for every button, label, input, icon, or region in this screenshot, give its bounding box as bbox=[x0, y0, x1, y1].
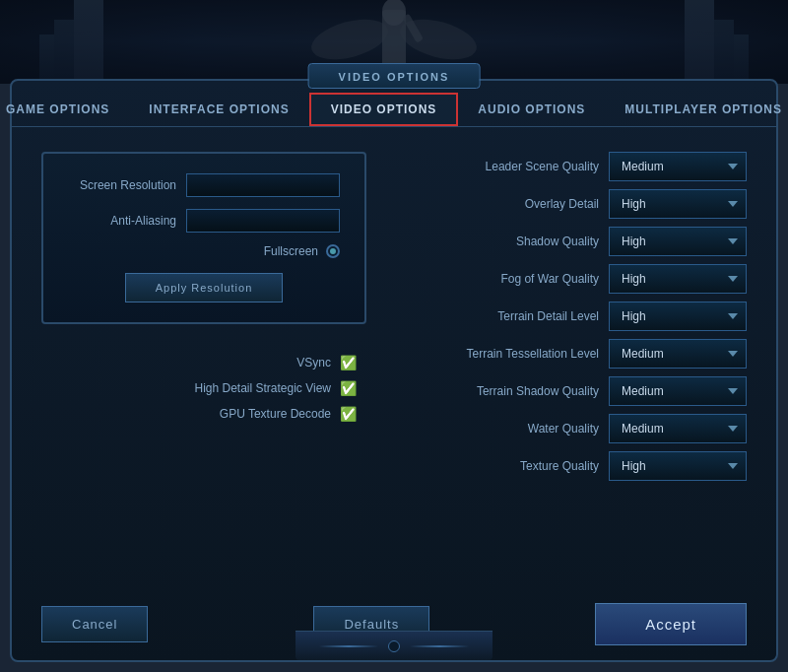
quality-dropdown-overlay-detail[interactable]: High bbox=[609, 189, 747, 219]
window-title: VIDEO OPTIONS bbox=[339, 71, 450, 83]
screen-resolution-label: Screen Resolution bbox=[68, 178, 176, 192]
main-container: VIDEO OPTIONS GAME OPTIONSINTERFACE OPTI… bbox=[10, 79, 778, 662]
quality-label-fog-of-war-quality: Fog of War Quality bbox=[406, 272, 599, 286]
gpu-texture-check-icon: ✅ bbox=[339, 405, 357, 423]
quality-label-terrain-detail-level: Terrain Detail Level bbox=[406, 309, 599, 323]
vsync-check-icon: ✅ bbox=[339, 354, 357, 371]
high-detail-check-icon: ✅ bbox=[339, 379, 357, 397]
quality-row-texture-quality: Texture QualityHigh bbox=[406, 451, 747, 481]
quality-label-overlay-detail: Overlay Detail bbox=[406, 197, 599, 211]
quality-row-terrain-tessellation-level: Terrain Tessellation LevelMedium bbox=[406, 339, 747, 369]
quality-label-water-quality: Water Quality bbox=[406, 422, 599, 436]
quality-dropdown-fog-of-war-quality[interactable]: High bbox=[609, 264, 747, 294]
quality-row-shadow-quality: Shadow QualityHigh bbox=[406, 227, 747, 256]
deco-circle bbox=[388, 640, 400, 652]
quality-row-terrain-detail-level: Terrain Detail LevelHigh bbox=[406, 302, 747, 331]
fullscreen-radio[interactable] bbox=[326, 244, 340, 258]
high-detail-label: High Detail Strategic View bbox=[194, 381, 331, 395]
quality-dropdown-water-quality[interactable]: Medium bbox=[609, 414, 747, 443]
checkboxes-section: VSync ✅ High Detail Strategic View ✅ GPU… bbox=[41, 344, 366, 423]
content-area: Screen Resolution Anti-Aliasing Fullscre… bbox=[12, 127, 776, 508]
deco-line-right bbox=[410, 645, 469, 647]
quality-row-water-quality: Water QualityMedium bbox=[406, 414, 747, 443]
gpu-texture-label: GPU Texture Decode bbox=[220, 407, 331, 421]
quality-label-leader-scene-quality: Leader Scene Quality bbox=[406, 160, 599, 173]
vsync-label: VSync bbox=[296, 356, 331, 370]
quality-row-leader-scene-quality: Leader Scene QualityMedium bbox=[406, 152, 747, 181]
bottom-decoration bbox=[296, 631, 492, 660]
screen-resolution-input[interactable] bbox=[186, 173, 340, 197]
nav-tab-game-options[interactable]: GAME OPTIONS bbox=[0, 95, 129, 124]
quality-row-fog-of-war-quality: Fog of War QualityHigh bbox=[406, 264, 747, 294]
quality-label-shadow-quality: Shadow Quality bbox=[406, 235, 599, 248]
quality-dropdown-terrain-detail-level[interactable]: High bbox=[609, 302, 747, 331]
accept-button[interactable]: Accept bbox=[595, 603, 747, 645]
quality-dropdown-terrain-tessellation-level[interactable]: Medium bbox=[609, 339, 747, 369]
title-bar: VIDEO OPTIONS bbox=[308, 63, 481, 89]
left-panel: Screen Resolution Anti-Aliasing Fullscre… bbox=[41, 152, 366, 489]
resolution-box: Screen Resolution Anti-Aliasing Fullscre… bbox=[41, 152, 366, 324]
quality-label-terrain-shadow-quality: Terrain Shadow Quality bbox=[406, 384, 599, 398]
screen-resolution-row: Screen Resolution bbox=[68, 173, 340, 197]
quality-label-terrain-tessellation-level: Terrain Tessellation Level bbox=[406, 347, 599, 361]
nav-tab-interface-options[interactable]: INTERFACE OPTIONS bbox=[129, 95, 308, 124]
quality-dropdown-shadow-quality[interactable]: High bbox=[609, 227, 747, 256]
right-panel: Leader Scene QualityMediumOverlay Detail… bbox=[406, 152, 747, 489]
deco-line-left bbox=[319, 645, 378, 647]
quality-dropdown-texture-quality[interactable]: High bbox=[609, 451, 747, 481]
quality-dropdown-leader-scene-quality[interactable]: Medium bbox=[609, 152, 747, 181]
fullscreen-row: Fullscreen bbox=[68, 244, 340, 258]
quality-row-terrain-shadow-quality: Terrain Shadow QualityMedium bbox=[406, 376, 747, 406]
anti-aliasing-label: Anti-Aliasing bbox=[68, 214, 176, 228]
quality-label-texture-quality: Texture Quality bbox=[406, 459, 599, 473]
nav-tab-multiplayer-options[interactable]: MULTIPLAYER OPTIONS bbox=[605, 95, 788, 124]
nav-tab-audio-options[interactable]: AUDIO OPTIONS bbox=[458, 95, 605, 124]
anti-aliasing-input[interactable] bbox=[186, 209, 340, 233]
high-detail-row: High Detail Strategic View ✅ bbox=[51, 379, 357, 397]
vsync-row: VSync ✅ bbox=[51, 354, 357, 371]
fullscreen-label: Fullscreen bbox=[264, 244, 318, 258]
gpu-texture-row: GPU Texture Decode ✅ bbox=[51, 405, 357, 423]
anti-aliasing-row: Anti-Aliasing bbox=[68, 209, 340, 233]
apply-resolution-button[interactable]: Apply Resolution bbox=[125, 273, 284, 302]
nav-tab-video-options[interactable]: VIDEO OPTIONS bbox=[309, 93, 459, 126]
quality-row-overlay-detail: Overlay DetailHigh bbox=[406, 189, 747, 219]
quality-dropdown-terrain-shadow-quality[interactable]: Medium bbox=[609, 376, 747, 406]
cancel-button[interactable]: Cancel bbox=[41, 606, 148, 642]
